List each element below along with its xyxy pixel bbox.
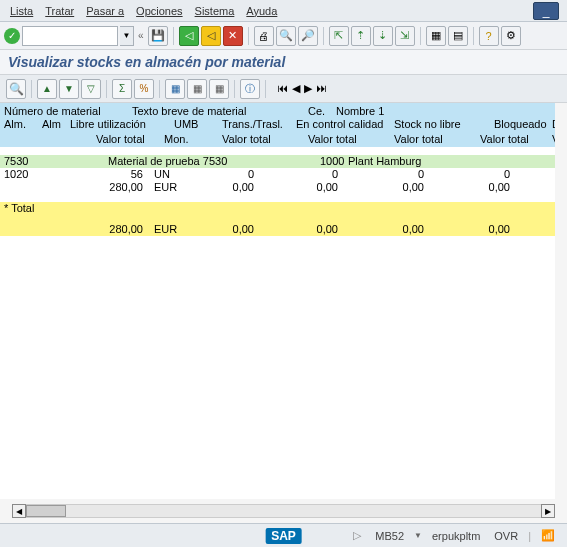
- hdr-alm: Alm.: [4, 118, 26, 130]
- cell-alm: 1020: [4, 168, 28, 180]
- layout-button[interactable]: ▦: [187, 79, 207, 99]
- cell-c1: 0,00: [233, 181, 254, 193]
- scroll-left-icon[interactable]: ◀: [12, 504, 26, 518]
- material-row[interactable]: 7530 Material de prueba 7530 1000 Plant …: [0, 155, 555, 168]
- cell-c4: 0: [504, 168, 510, 180]
- nav-prev-icon[interactable]: ◀: [292, 82, 300, 95]
- status-mode: OVR: [490, 530, 522, 542]
- hdr-valor5: Valor total: [480, 133, 529, 145]
- spacer: [0, 215, 555, 223]
- layout-button[interactable]: ⚙: [501, 26, 521, 46]
- nav-next-icon[interactable]: ▶: [304, 82, 312, 95]
- last-page-button[interactable]: ⇲: [395, 26, 415, 46]
- nav-last-icon[interactable]: ⏭: [316, 82, 327, 95]
- column-headers: Número de material Texto breve de materi…: [0, 103, 555, 133]
- menu-opciones[interactable]: Opciones: [136, 5, 182, 17]
- filter-button[interactable]: ▽: [81, 79, 101, 99]
- menu-lista[interactable]: Lista: [10, 5, 33, 17]
- total-button[interactable]: Σ: [112, 79, 132, 99]
- find-next-button[interactable]: 🔎: [298, 26, 318, 46]
- hdr-mon: Mon.: [164, 133, 188, 145]
- sub-toolbar: 🔍 ▲ ▼ ▽ Σ % ▦ ▦ ▦ ⓘ ⏮ ◀ ▶ ⏭: [0, 75, 567, 103]
- hdr-stock: Stock no libre: [394, 118, 461, 130]
- command-field[interactable]: [22, 26, 118, 46]
- hdr-valor1: Valor total: [96, 133, 145, 145]
- info-button[interactable]: ⓘ: [240, 79, 260, 99]
- export-button[interactable]: ▦: [165, 79, 185, 99]
- hdr-trans: Trans./Trasl.: [222, 118, 283, 130]
- sap-logo: SAP: [265, 528, 302, 544]
- tot-c3: 0,00: [403, 223, 424, 235]
- cell-c2: 0,00: [317, 181, 338, 193]
- separator: [31, 80, 32, 98]
- menu-tratar[interactable]: Tratar: [45, 5, 74, 17]
- menu-sistema[interactable]: Sistema: [195, 5, 235, 17]
- save-button[interactable]: 💾: [148, 26, 168, 46]
- total-header-row: * Total: [0, 202, 555, 215]
- mat-plant: Plant Hamburg: [348, 155, 421, 167]
- report-content: Número de material Texto breve de materi…: [0, 103, 555, 499]
- cell-c3: 0: [418, 168, 424, 180]
- exit-button[interactable]: ◁: [201, 26, 221, 46]
- shortcut-button[interactable]: ▤: [448, 26, 468, 46]
- cell-c1: 0: [248, 168, 254, 180]
- spacer: [0, 194, 555, 202]
- prev-page-button[interactable]: ⇡: [351, 26, 371, 46]
- print-button[interactable]: 🖨: [254, 26, 274, 46]
- back-button[interactable]: ◁: [179, 26, 199, 46]
- status-tcode: MB52: [371, 530, 408, 542]
- table-row[interactable]: 280,00 EUR 0,00 0,00 0,00 0,00: [0, 181, 555, 194]
- hdr-devo: Devo: [552, 118, 555, 130]
- hdr-alm2: Alm: [42, 118, 61, 130]
- hdr-numero: Número de material: [4, 105, 101, 117]
- command-dropdown[interactable]: ▼: [120, 26, 134, 46]
- cell-umb: UN: [154, 168, 170, 180]
- next-page-button[interactable]: ⇣: [373, 26, 393, 46]
- scroll-thumb[interactable]: [26, 505, 66, 517]
- enter-icon[interactable]: ✓: [4, 28, 20, 44]
- status-signal-icon: 📶: [537, 529, 559, 542]
- mat-desc: Material de prueba 7530: [108, 155, 227, 167]
- horizontal-scrollbar[interactable]: ◀ ▶: [12, 503, 555, 519]
- help-button[interactable]: ?: [479, 26, 499, 46]
- title-bar: Visualizar stocks en almacén por materia…: [0, 50, 567, 75]
- scroll-right-icon[interactable]: ▶: [541, 504, 555, 518]
- chevron-down-icon[interactable]: ▼: [414, 531, 422, 540]
- status-system: erpukpltm: [428, 530, 484, 542]
- menu-bar: Lista Tratar Pasar a Opciones Sistema Ay…: [0, 0, 567, 22]
- separator: [173, 27, 174, 45]
- nav-first-icon[interactable]: ⏮: [277, 82, 288, 95]
- scroll-track[interactable]: [26, 504, 541, 518]
- cancel-button[interactable]: ✕: [223, 26, 243, 46]
- total-label: * Total: [4, 202, 34, 214]
- window-minimize-button[interactable]: _: [533, 2, 559, 20]
- tot-c4: 0,00: [489, 223, 510, 235]
- tot-umb: EUR: [154, 223, 177, 235]
- tot-c1: 0,00: [233, 223, 254, 235]
- table-row[interactable]: 1020 56 UN 0 0 0 0: [0, 168, 555, 181]
- menu-ayuda[interactable]: Ayuda: [246, 5, 277, 17]
- status-sep-icon: ▷: [349, 529, 365, 542]
- new-session-button[interactable]: ▦: [426, 26, 446, 46]
- cell-c2: 0: [332, 168, 338, 180]
- subtotal-button[interactable]: %: [134, 79, 154, 99]
- hdr-bloq: Bloqueado: [494, 118, 547, 130]
- separator: [248, 27, 249, 45]
- find-button[interactable]: 🔍: [276, 26, 296, 46]
- mat-code: 7530: [4, 155, 28, 167]
- expand-icon[interactable]: «: [138, 30, 144, 41]
- select-layout-button[interactable]: ▦: [209, 79, 229, 99]
- hdr-vali: Val: [552, 133, 555, 145]
- sort-asc-button[interactable]: ▲: [37, 79, 57, 99]
- first-page-button[interactable]: ⇱: [329, 26, 349, 46]
- tot-qty: 280,00: [109, 223, 143, 235]
- hdr-control: En control calidad: [296, 118, 383, 130]
- menu-pasar[interactable]: Pasar a: [86, 5, 124, 17]
- status-bar: SAP ▷ MB52 ▼ erpukpltm OVR | 📶: [0, 523, 567, 547]
- main-toolbar: ✓ ▼ « 💾 ◁ ◁ ✕ 🖨 🔍 🔎 ⇱ ⇡ ⇣ ⇲ ▦ ▤ ? ⚙: [0, 22, 567, 50]
- details-button[interactable]: 🔍: [6, 79, 26, 99]
- hdr-valor2: Valor total: [222, 133, 271, 145]
- cell-c4: 0,00: [489, 181, 510, 193]
- cell-umb: EUR: [154, 181, 177, 193]
- sort-desc-button[interactable]: ▼: [59, 79, 79, 99]
